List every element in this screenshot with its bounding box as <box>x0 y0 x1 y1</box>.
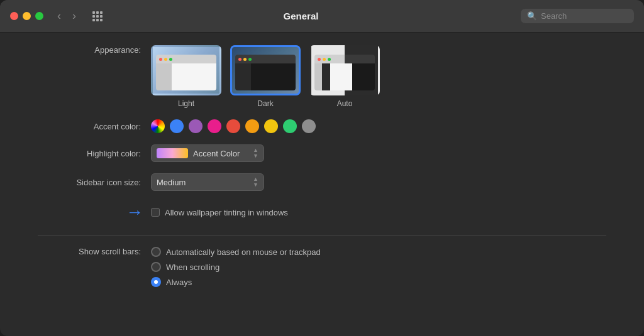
appearance-option-auto[interactable]: Auto <box>309 45 380 108</box>
appearance-thumbnail-auto <box>309 45 380 95</box>
scroll-auto-radio[interactable] <box>151 247 161 257</box>
show-scroll-bars-row: Show scroll bars: Automatically based on… <box>38 247 606 287</box>
window: ‹ › General 🔍 Appearance: <box>0 0 644 336</box>
accent-color-multicolor[interactable] <box>151 119 165 133</box>
scroll-when-label: When scrolling <box>166 263 219 272</box>
light-win-main <box>172 63 216 90</box>
accent-color-green[interactable] <box>283 119 297 133</box>
dark-win-titlebar <box>235 55 296 63</box>
appearance-label: Appearance: <box>38 45 151 55</box>
scroll-when-option[interactable]: When scrolling <box>151 262 321 272</box>
traffic-lights <box>10 12 43 20</box>
dark-thumb-window <box>235 55 296 90</box>
accent-color-yellow[interactable] <box>264 119 278 133</box>
wallpaper-tinting-label: Allow wallpaper tinting in windows <box>165 208 288 217</box>
grid-icon <box>92 11 103 21</box>
sidebar-icon-size-value: Medium <box>157 178 245 187</box>
stepper-down-icon[interactable]: ▼ <box>253 153 258 159</box>
scroll-always-label: Always <box>166 278 192 287</box>
forward-button[interactable]: › <box>69 8 80 24</box>
appearance-thumbnail-light <box>151 45 221 95</box>
search-icon: 🔍 <box>527 11 537 21</box>
size-stepper[interactable]: ▲ ▼ <box>253 176 258 188</box>
nav-buttons: ‹ › <box>53 8 80 24</box>
accent-color-blue[interactable] <box>170 119 184 133</box>
accent-color-options <box>151 119 316 133</box>
appearance-label-light: Light <box>178 99 194 108</box>
appearance-option-light[interactable]: Light <box>151 45 221 108</box>
maximize-button[interactable] <box>35 12 43 20</box>
highlight-color-label: Highlight color: <box>38 149 151 158</box>
light-win-sidebar <box>156 63 172 90</box>
light-win-titlebar <box>156 55 216 63</box>
light-thumb-window <box>156 55 216 90</box>
appearance-options: Light <box>151 45 380 108</box>
auto-thumb-window <box>314 55 375 90</box>
back-button[interactable]: ‹ <box>53 8 65 24</box>
sidebar-icon-size-row: Sidebar icon size: Medium ▲ ▼ <box>38 173 606 191</box>
scroll-auto-label: Automatically based on mouse or trackpad <box>166 247 321 257</box>
highlight-color-value: Accent Color <box>193 149 245 158</box>
highlight-gradient <box>157 148 188 158</box>
search-input[interactable] <box>541 11 629 21</box>
accent-color-red[interactable] <box>226 119 240 133</box>
scroll-bars-radio-group: Automatically based on mouse or trackpad… <box>151 247 321 287</box>
sidebar-icon-size-label: Sidebar icon size: <box>38 178 151 187</box>
appearance-label-dark: Dark <box>257 99 273 108</box>
arrow-area: → <box>38 202 151 222</box>
search-box[interactable]: 🔍 <box>521 9 634 23</box>
dark-win-body <box>235 63 296 90</box>
appearance-label-auto: Auto <box>337 99 353 108</box>
accent-color-graphite[interactable] <box>302 119 316 133</box>
scroll-when-radio[interactable] <box>151 262 161 272</box>
highlight-color-row: Highlight color: Accent Color ▲ ▼ <box>38 144 606 162</box>
grid-button[interactable] <box>89 10 106 23</box>
content-area: Appearance: <box>0 33 644 336</box>
minimize-button[interactable] <box>23 12 31 20</box>
scroll-auto-option[interactable]: Automatically based on mouse or trackpad <box>151 247 321 257</box>
wallpaper-tinting-row: → Allow wallpaper tinting in windows <box>38 202 606 222</box>
light-win-body <box>156 63 216 90</box>
wallpaper-checkbox-row: Allow wallpaper tinting in windows <box>151 208 288 217</box>
dark-win-main <box>251 63 296 90</box>
size-stepper-down-icon[interactable]: ▼ <box>253 182 258 188</box>
scroll-always-option[interactable]: Always <box>151 277 321 287</box>
accent-color-orange[interactable] <box>245 119 259 133</box>
wallpaper-tinting-checkbox[interactable] <box>151 208 160 217</box>
accent-color-label: Accent color: <box>38 122 151 131</box>
divider <box>38 235 606 236</box>
appearance-thumbnail-dark <box>230 45 301 95</box>
sidebar-icon-size-dropdown[interactable]: Medium ▲ ▼ <box>151 173 264 191</box>
appearance-row: Appearance: <box>38 45 606 108</box>
accent-color-row: Accent color: <box>38 119 606 133</box>
scroll-always-radio[interactable] <box>151 277 161 287</box>
blue-arrow-icon: → <box>126 202 143 222</box>
page-title: General <box>114 11 488 21</box>
appearance-option-dark[interactable]: Dark <box>230 45 301 108</box>
highlight-stepper[interactable]: ▲ ▼ <box>253 148 258 159</box>
accent-color-pink[interactable] <box>208 119 221 133</box>
accent-color-purple[interactable] <box>189 119 203 133</box>
highlight-color-dropdown[interactable]: Accent Color ▲ ▼ <box>151 144 264 162</box>
titlebar: ‹ › General 🔍 <box>0 0 644 33</box>
show-scroll-bars-label: Show scroll bars: <box>38 247 151 256</box>
dark-win-sidebar <box>235 63 251 90</box>
close-button[interactable] <box>10 12 18 20</box>
